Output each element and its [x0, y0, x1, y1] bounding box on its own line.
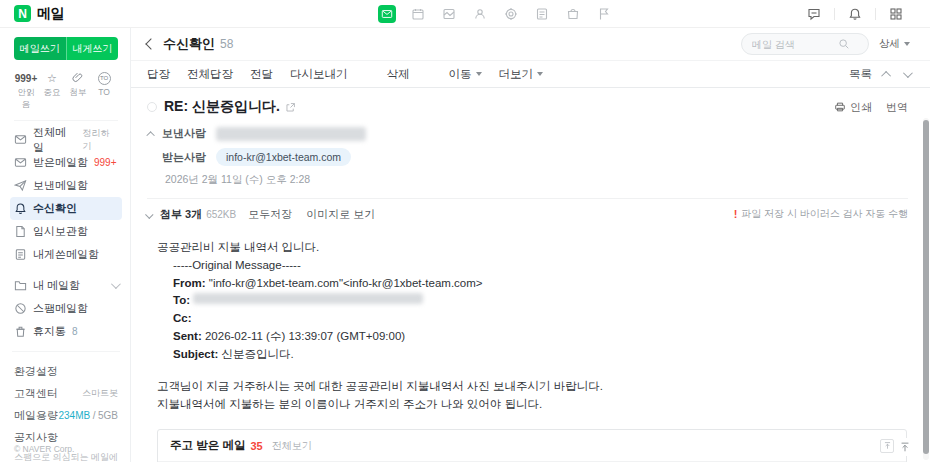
search-input[interactable]: [752, 39, 838, 50]
inbox-unread-count: 999+: [94, 157, 117, 168]
smartbot-badge: 스마트봇: [82, 387, 118, 400]
talk-icon[interactable]: [794, 7, 834, 21]
trash-count: 8: [72, 326, 78, 337]
notification-bell-icon[interactable]: [835, 7, 875, 21]
attachment-size: 652KB: [206, 209, 236, 220]
mail-toolbar: 답장 전체답장 전달 다시보내기 삭제 이동 더보기 목록: [131, 61, 930, 88]
sender-label: 보낸사람: [162, 126, 206, 141]
printer-icon: [834, 101, 846, 113]
move-button[interactable]: 이동: [449, 67, 482, 82]
filter-to-me[interactable]: TO TO: [92, 71, 116, 111]
mail-subject: RE: 신분증입니다.: [164, 98, 280, 116]
board-icon[interactable]: [440, 5, 458, 23]
open-new-window-icon[interactable]: [285, 102, 296, 113]
sidebar-item-inbox[interactable]: 받은메일함 999+: [10, 151, 122, 174]
organize-link[interactable]: 정리하기: [82, 127, 118, 153]
unread-count: 999+: [14, 71, 38, 85]
back-icon[interactable]: [145, 38, 156, 49]
save-all-link[interactable]: 모두저장: [248, 207, 292, 222]
copyright: © NAVER Corp.: [14, 444, 74, 454]
shopping-icon[interactable]: [564, 5, 582, 23]
paperclip-icon: [66, 71, 90, 85]
sender-redacted: [216, 127, 366, 141]
view-all-link[interactable]: 전체보기: [272, 439, 312, 453]
naver-logo-icon: N: [14, 5, 31, 22]
recipient-chip[interactable]: info-kr@1xbet-team.com: [216, 148, 351, 166]
sidebar-item-sent[interactable]: 보낸메일함: [10, 174, 122, 197]
collapse-sender-icon[interactable]: [146, 131, 154, 139]
divider: [12, 351, 120, 352]
compose-to-self-button[interactable]: 내게쓰기: [66, 37, 119, 60]
view-header: 수신확인 58 상세: [131, 28, 930, 61]
quote-from: "info-kr@1xbet-team.com"<info-kr@1xbet-t…: [209, 277, 483, 289]
mail-icon[interactable]: [378, 5, 396, 23]
caret-down-icon: [476, 72, 482, 76]
scrollbar-thumb[interactable]: [923, 120, 929, 454]
attachment-bar: 첨부 3개 652KB 모두저장 이미지로 보기 ! 파일 저장 시 바이러스 …: [147, 199, 908, 229]
settings-icon[interactable]: [502, 5, 520, 23]
trash-icon: [14, 325, 27, 338]
quota-total: 5GB: [98, 410, 118, 421]
translate-button[interactable]: 번역: [886, 100, 908, 115]
mail-body: 공공관리비 지불 내역서 입니다. -----Original Message-…: [157, 239, 908, 413]
sidebar-item-drafts[interactable]: 임시보관함: [10, 220, 122, 243]
memo-icon[interactable]: [533, 5, 551, 23]
read-status-icon: [147, 102, 157, 112]
support-link[interactable]: 고객센터 스마트봇: [14, 382, 118, 404]
memo-doc-icon: [14, 248, 27, 261]
previous-mail-icon[interactable]: [881, 70, 891, 80]
filter-important[interactable]: ☆ 중요: [40, 71, 64, 111]
spam-block-icon: [14, 302, 27, 315]
quota-used: 234MB: [58, 410, 90, 421]
filter-unread[interactable]: 999+ 안읽음: [14, 71, 38, 111]
collapse-attachments-icon[interactable]: [145, 210, 153, 218]
warning-icon: !: [734, 208, 738, 220]
quote-sent: 2026-02-11 (수) 13:39:07 (GMT+09:00): [205, 330, 405, 342]
main-pane: 수신확인 58 상세 답장 전체답장 전달 다시보내기 삭제 이동 더보기: [131, 28, 930, 462]
print-button[interactable]: 인쇄: [834, 100, 872, 115]
resend-button[interactable]: 다시보내기: [290, 67, 348, 82]
calendar-icon[interactable]: [409, 5, 427, 23]
page-title: 수신확인: [163, 35, 215, 53]
reply-button[interactable]: 답장: [147, 67, 170, 82]
reply-all-button[interactable]: 전체답장: [187, 67, 233, 82]
sidebar-item-all-mail[interactable]: 전체메일 정리하기: [10, 128, 122, 151]
view-as-image-link[interactable]: 이미지로 보기: [306, 207, 375, 222]
caret-down-icon: [537, 72, 543, 76]
sidebar-item-read-receipt[interactable]: 수신확인: [10, 197, 122, 220]
mail-date: 2026년 2월 11일 (수) 오후 2:28: [165, 173, 908, 187]
settings-link[interactable]: 환경설정: [14, 360, 118, 382]
conversation-box: 주고 받은 메일 35 전체보기 info-kr@1xbet-team.c.. …: [157, 429, 907, 462]
mail-search-box[interactable]: [741, 33, 869, 55]
thread-collapse-icon[interactable]: [880, 439, 894, 453]
body-outro-2: 지불내역서에 지불하는 분의 이름이나 거주지의 주소가 나와 있어야 됩니다.: [157, 396, 908, 414]
caret-down-icon: [904, 42, 910, 46]
compose-mail-button[interactable]: 메일쓰기: [14, 37, 66, 60]
sidebar-item-my-mailbox[interactable]: 내 메일함: [10, 274, 122, 297]
sidebar-item-spam[interactable]: 스팸메일함: [10, 297, 122, 320]
forward-button[interactable]: 전달: [250, 67, 273, 82]
filter-attachment[interactable]: 첨부: [66, 71, 90, 111]
naver-mail-logo[interactable]: N 메일: [14, 5, 64, 23]
list-button[interactable]: 목록: [849, 67, 872, 82]
bookmark-icon[interactable]: [595, 5, 613, 23]
next-mail-icon[interactable]: [903, 68, 913, 78]
scroll-to-top-button[interactable]: [896, 438, 914, 456]
app-title: 메일: [37, 5, 64, 23]
document-icon: [14, 225, 27, 238]
search-detail-button[interactable]: 상세: [879, 37, 910, 51]
chevron-down-icon[interactable]: [111, 279, 121, 289]
compose-buttons: 메일쓰기 내게쓰기: [14, 37, 118, 60]
quoted-message: -----Original Message----- From: "info-k…: [173, 257, 908, 364]
more-button[interactable]: 더보기: [499, 67, 544, 82]
folder-icon: [14, 279, 27, 292]
sidebar-item-trash[interactable]: 휴지통 8: [10, 320, 122, 343]
inbox-icon: [14, 156, 27, 169]
scrollbar-track[interactable]: [923, 118, 929, 460]
top-bar: N 메일: [0, 0, 930, 28]
sidebar-item-to-myself[interactable]: 내게쓴메일함: [10, 243, 122, 266]
search-icon[interactable]: [838, 38, 850, 50]
apps-grid-icon[interactable]: [876, 7, 916, 21]
contacts-icon[interactable]: [471, 5, 489, 23]
delete-button[interactable]: 삭제: [387, 67, 410, 82]
